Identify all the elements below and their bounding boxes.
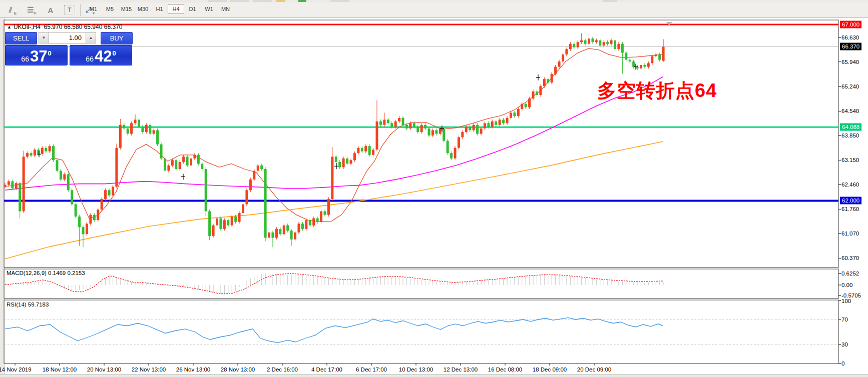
candle-body [353, 153, 356, 160]
candle-body [205, 169, 207, 212]
candle-body [234, 216, 237, 222]
candle-body [123, 125, 125, 128]
candle-body [335, 156, 337, 162]
candle-body [405, 125, 408, 128]
volume-decrease-button[interactable]: ▼ [39, 32, 49, 44]
volume-input[interactable] [49, 32, 86, 44]
candle-body [558, 62, 561, 67]
candle-body [197, 155, 200, 164]
candle-body [316, 218, 319, 222]
candle-body [450, 153, 453, 158]
candle-body [364, 146, 367, 152]
candle-body [115, 148, 118, 187]
candle-body [63, 174, 66, 180]
candle-body [603, 42, 605, 46]
candle-body [480, 128, 483, 134]
candle-body [617, 44, 620, 50]
candle-body [629, 60, 631, 62]
candle-body [361, 148, 363, 152]
candle-body [108, 190, 111, 196]
volume-increase-button[interactable]: ▲ [86, 32, 96, 44]
candle-body [37, 150, 40, 154]
candle-body [201, 164, 203, 169]
candle-body [539, 86, 542, 95]
collapse-panel-icon[interactable]: ▲ [7, 24, 12, 30]
candle-body [149, 125, 151, 134]
candle-body [357, 148, 359, 154]
candle-body [420, 125, 423, 132]
candle-body [487, 123, 490, 126]
candle-body [577, 42, 579, 48]
candle-body [97, 210, 99, 220]
candle-body [398, 118, 400, 122]
candle-body [75, 204, 77, 216]
candle-body [156, 130, 159, 144]
candle-body [145, 125, 148, 132]
candle-body [431, 130, 434, 136]
candle-body [536, 92, 538, 95]
candle-body [379, 122, 382, 125]
candle-body [655, 54, 657, 56]
candle-body [78, 216, 81, 227]
candle-body [153, 130, 155, 134]
candle-body [227, 220, 229, 226]
candle-body [101, 199, 103, 210]
candle-body [242, 204, 244, 213]
candle-body [175, 160, 177, 169]
candle-body [491, 122, 494, 127]
buy-price-sup: 0 [112, 50, 116, 56]
candle-body [93, 215, 96, 220]
candle-body [49, 146, 51, 152]
candle-body [573, 44, 575, 48]
ma-mid-line [5, 76, 663, 190]
candle-body [312, 218, 315, 226]
sell-button[interactable]: SELL [5, 32, 37, 44]
candle-body [647, 63, 650, 66]
candle-body [182, 156, 185, 162]
candle-body [290, 230, 293, 240]
candle-body [134, 120, 137, 123]
candle-body [127, 128, 129, 134]
buy-price-tile[interactable]: 66 42 0 [70, 45, 132, 66]
buy-button[interactable]: BUY [101, 32, 133, 44]
candle-body [52, 146, 55, 160]
candle-body [383, 120, 385, 125]
rsi-indicator-label: RSI(14) 59.7183 [7, 302, 49, 308]
candle-body [349, 160, 352, 164]
candle-body [495, 122, 497, 125]
candle-body [458, 138, 460, 148]
candle-body [34, 150, 36, 156]
candle-body [26, 153, 29, 156]
candle-body [532, 92, 535, 98]
sell-price-tile[interactable]: 66 37 0 [5, 45, 68, 66]
candle-body [23, 156, 25, 211]
candle-body [208, 212, 211, 236]
candle-body [565, 49, 568, 54]
candle-body [409, 123, 411, 128]
candle-body [469, 126, 471, 130]
macd-signal-line [5, 274, 663, 294]
candle-body [435, 130, 438, 134]
candle-body [56, 160, 59, 170]
candle-body [323, 212, 326, 215]
candle-body [424, 125, 426, 128]
candle-body [238, 213, 241, 222]
candle-body [283, 226, 285, 234]
candle-body [595, 40, 598, 42]
candle-body [394, 122, 397, 127]
candle-body [606, 42, 609, 44]
candle-body [249, 180, 252, 190]
candle-body [625, 52, 627, 60]
candle-body [591, 38, 594, 42]
candle-body [632, 62, 635, 67]
macd-layer [5, 273, 663, 294]
candle-body [86, 224, 88, 234]
candle-body [268, 232, 270, 238]
candle-body [11, 182, 14, 188]
candle-body [305, 220, 307, 229]
candle-body [260, 166, 263, 169]
candle-body [528, 98, 531, 108]
candle-body [286, 226, 289, 231]
buy-price-prefix: 66 [86, 56, 94, 62]
candle-body [640, 65, 642, 68]
